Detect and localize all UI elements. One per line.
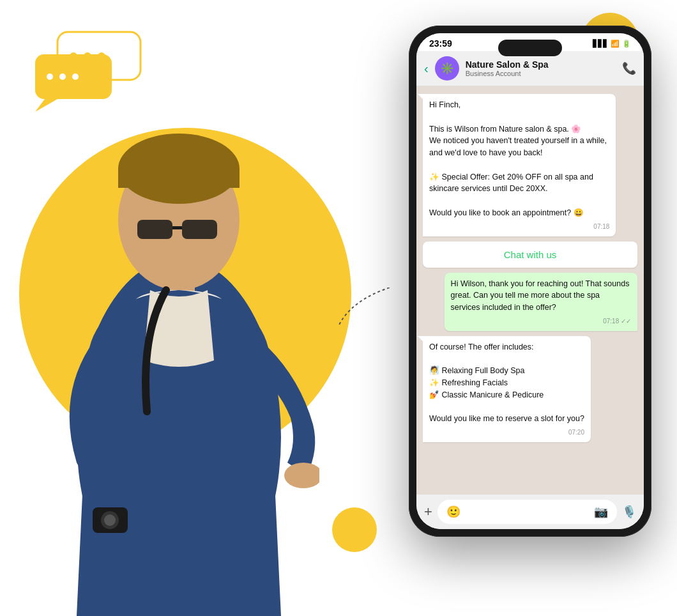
emoji-button[interactable]: 🙂 <box>446 505 460 519</box>
svg-rect-17 <box>137 220 172 239</box>
call-button[interactable]: 📞 <box>622 61 636 75</box>
microphone-button[interactable]: 🎙️ <box>622 505 636 519</box>
battery-icon: 🔋 <box>622 40 631 48</box>
message-received-2: Of course! The offer includes:🧖 Relaxing… <box>423 336 591 442</box>
svg-point-10 <box>59 73 66 80</box>
status-time: 23:59 <box>429 38 452 49</box>
sparkle-bottom-icon <box>345 530 367 555</box>
svg-point-22 <box>284 463 319 488</box>
signal-icon: ▋▋▋ <box>593 40 608 48</box>
contact-name: Nature Salon & Spa <box>466 59 616 70</box>
contact-subtitle: Business Account <box>466 70 616 77</box>
phone-screen: 23:59 ▋▋▋ 📶 🔋 ‹ ✳️ Nature Salon & Spa Bu… <box>416 33 644 529</box>
svg-point-9 <box>47 73 53 80</box>
svg-point-25 <box>104 514 116 526</box>
chat-area[interactable]: Hi Finch,This is Wilson from Nature salo… <box>416 86 644 495</box>
message-time-2: 07:18 ✓✓ <box>451 316 631 326</box>
dotted-connection-line <box>338 288 390 326</box>
message-input[interactable]: 🙂 📷 <box>437 500 617 524</box>
dynamic-island <box>498 40 562 56</box>
message-text-3: Of course! The offer includes:🧖 Relaxing… <box>429 341 584 425</box>
chat-with-us-button[interactable]: Chat with us <box>433 249 627 260</box>
message-time-1: 07:18 <box>429 222 609 231</box>
message-sent-1: Hi Wilson, thank you for reaching out! T… <box>445 273 637 331</box>
person-figure <box>38 92 319 616</box>
camera-button[interactable]: 📷 <box>594 505 608 519</box>
chat-with-us-container[interactable]: Chat with us <box>423 242 637 268</box>
back-button[interactable]: ‹ <box>424 61 429 76</box>
message-time-3: 07:20 <box>429 427 584 437</box>
svg-point-11 <box>72 73 79 80</box>
message-text-1: Hi Finch,This is Wilson from Nature salo… <box>429 99 609 219</box>
status-icons: ▋▋▋ 📶 🔋 <box>593 40 631 48</box>
svg-rect-19 <box>172 226 182 229</box>
wifi-icon: 📶 <box>611 40 620 48</box>
svg-rect-18 <box>182 220 217 239</box>
phone-mockup: 23:59 ▋▋▋ 📶 🔋 ‹ ✳️ Nature Salon & Spa Bu… <box>409 26 651 537</box>
svg-rect-16 <box>118 169 240 188</box>
message-text-2: Hi Wilson, thank you for reaching out! T… <box>451 278 631 314</box>
whatsapp-header[interactable]: ‹ ✳️ Nature Salon & Spa Business Account… <box>416 51 644 86</box>
attachment-button[interactable]: + <box>424 504 432 520</box>
phone-outer-frame: 23:59 ▋▋▋ 📶 🔋 ‹ ✳️ Nature Salon & Spa Bu… <box>409 26 651 537</box>
message-received-1: Hi Finch,This is Wilson from Nature salo… <box>423 94 616 236</box>
input-bar[interactable]: + 🙂 📷 🎙️ <box>416 495 644 529</box>
contact-avatar: ✳️ <box>435 56 459 81</box>
contact-info: Nature Salon & Spa Business Account <box>466 59 616 77</box>
